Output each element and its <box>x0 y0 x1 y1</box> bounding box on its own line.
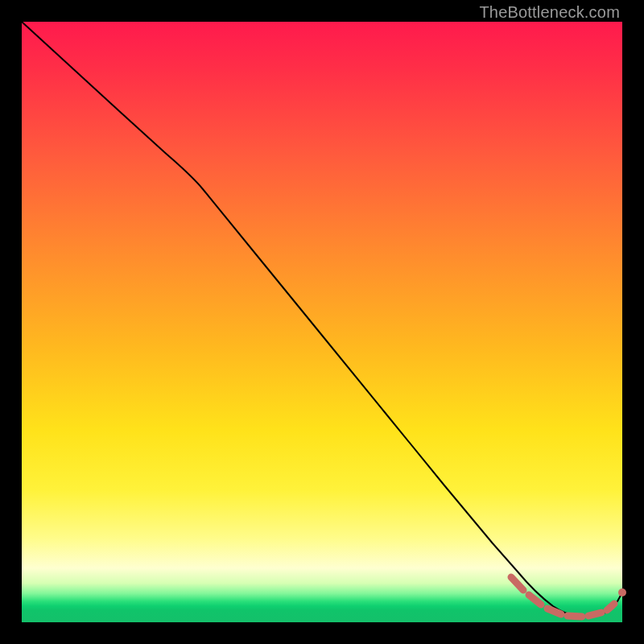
chart-frame: TheBottleneck.com <box>0 0 644 644</box>
chart-overlay <box>22 22 622 622</box>
dash-2 <box>529 595 541 605</box>
watermark-text: TheBottleneck.com <box>479 3 620 22</box>
end-dot <box>618 588 626 597</box>
dash-1 <box>511 577 523 590</box>
bottleneck-curve-line <box>22 22 622 617</box>
dash-6 <box>607 604 614 610</box>
dash-4 <box>568 616 582 617</box>
dash-5 <box>588 613 601 616</box>
